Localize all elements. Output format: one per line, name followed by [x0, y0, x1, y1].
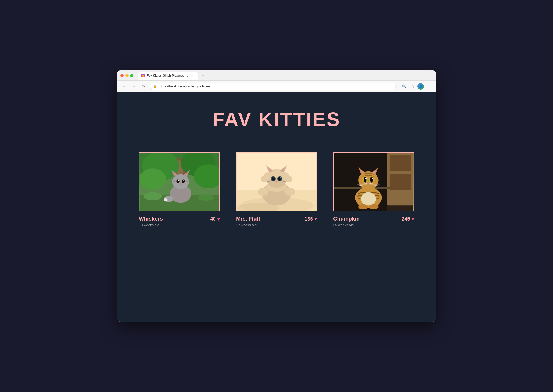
back-button[interactable]: ← [120, 83, 128, 90]
whiskers-vote-count: 40 [210, 216, 215, 222]
website-content: FAV KITTIES [117, 92, 436, 322]
kitty-card-mrs-fluff: Mrs. Fluff 17 weeks old 135 ♥ [236, 152, 317, 227]
svg-point-87 [358, 204, 368, 209]
search-icon: 🔍 [402, 84, 406, 89]
svg-point-7 [140, 168, 166, 190]
svg-point-37 [258, 188, 268, 196]
profile-avatar[interactable]: 👤 [417, 83, 424, 90]
new-tab-button[interactable]: + [199, 72, 207, 79]
browser-window: 🐱 Fav Kitties Glitch Playground × + ← → … [117, 70, 436, 322]
address-bar: ← → ↻ 🔒 https://fav-kitties-starter.glit… [117, 81, 436, 92]
kitty-info-chumpkin: Chumpkin 35 weeks old 245 ♥ [333, 216, 414, 227]
kitty-votes-mrs-fluff[interactable]: 135 ♥ [305, 216, 317, 222]
svg-point-77 [370, 177, 373, 183]
forward-button[interactable]: → [130, 83, 138, 90]
svg-point-10 [143, 192, 162, 200]
kitty-name-block-chumpkin: Chumpkin 35 weeks old [333, 216, 360, 227]
svg-point-23 [183, 180, 184, 181]
kitty-card-chumpkin: Chumpkin 35 weeks old 245 ♥ [333, 152, 414, 227]
bookmark-button[interactable]: ☆ [409, 83, 416, 90]
svg-point-78 [365, 178, 367, 179]
back-icon: ← [122, 84, 126, 89]
svg-point-88 [369, 204, 378, 209]
mrs-fluff-heart-icon: ♥ [315, 217, 317, 222]
menu-button[interactable]: ⋮ [425, 83, 433, 90]
kitty-name-block-whiskers: Whiskers 13 weeks old [139, 216, 163, 227]
kitties-grid: Whiskers 13 weeks old 40 ♥ [139, 152, 414, 227]
tab-title: Fav Kitties Glitch Playground [147, 74, 188, 77]
svg-point-38 [284, 188, 295, 196]
minimize-traffic-light[interactable] [125, 74, 129, 77]
maximize-traffic-light[interactable] [130, 74, 133, 77]
svg-point-80 [367, 183, 369, 184]
tab-close-button[interactable]: × [191, 74, 195, 77]
svg-point-20 [177, 180, 179, 183]
svg-point-44 [261, 176, 268, 182]
mrs-fluff-illustration [237, 153, 316, 211]
svg-rect-64 [390, 174, 411, 190]
mrs-fluff-vote-count: 135 [305, 216, 313, 222]
tab-favicon: 🐱 [141, 74, 145, 77]
svg-rect-63 [390, 155, 411, 171]
kitty-image-mrs-fluff [236, 152, 317, 211]
svg-point-45 [284, 176, 292, 182]
svg-point-24 [180, 183, 181, 184]
chumpkin-vote-count: 245 [402, 216, 410, 222]
svg-point-52 [272, 177, 275, 181]
chumpkin-heart-icon: ♥ [412, 217, 414, 222]
star-icon: ☆ [411, 84, 414, 89]
chumpkin-illustration [334, 153, 414, 211]
svg-point-53 [278, 177, 281, 181]
reload-icon: ↻ [142, 84, 145, 89]
kitty-age-mrs-fluff: 17 weeks old [236, 223, 260, 227]
lock-icon: 🔒 [153, 85, 157, 88]
kitty-votes-chumpkin[interactable]: 245 ♥ [402, 216, 414, 222]
close-traffic-light[interactable] [120, 74, 124, 77]
url-bar[interactable]: 🔒 https://fav-kitties-starter.glitch.me [150, 83, 396, 90]
svg-point-21 [182, 180, 184, 183]
kitty-age-whiskers: 13 weeks old [139, 223, 163, 227]
whiskers-illustration [139, 153, 219, 211]
kitty-votes-whiskers[interactable]: 40 ♥ [210, 216, 220, 222]
kitty-info-whiskers: Whiskers 13 weeks old 40 ♥ [139, 216, 220, 227]
kitty-name-mrs-fluff: Mrs. Fluff [236, 216, 260, 222]
kitty-name-chumpkin: Chumpkin [333, 216, 360, 222]
svg-point-31 [164, 198, 167, 201]
kitty-name-whiskers: Whiskers [139, 216, 163, 222]
kitty-info-mrs-fluff: Mrs. Fluff 17 weeks old 135 ♥ [236, 216, 317, 227]
forward-icon: → [132, 84, 136, 89]
kitty-image-chumpkin [333, 152, 414, 211]
kitty-card-whiskers: Whiskers 13 weeks old 40 ♥ [139, 152, 220, 227]
titlebar: 🐱 Fav Kitties Glitch Playground × + [117, 70, 436, 81]
svg-point-56 [276, 181, 278, 183]
site-title: FAV KITTIES [213, 108, 341, 130]
traffic-lights [120, 74, 133, 77]
kitty-age-chumpkin: 35 weeks old [333, 223, 360, 227]
menu-icon: ⋮ [427, 84, 431, 89]
tab-bar: 🐱 Fav Kitties Glitch Playground × + [138, 72, 433, 80]
reload-button[interactable]: ↻ [140, 83, 147, 90]
svg-point-76 [364, 177, 367, 183]
svg-point-54 [273, 177, 274, 178]
active-tab[interactable]: 🐱 Fav Kitties Glitch Playground × [138, 72, 198, 80]
url-text: https://fav-kitties-starter.glitch.me [159, 84, 210, 88]
svg-point-11 [198, 194, 214, 201]
kitty-image-whiskers [139, 152, 220, 211]
svg-point-55 [280, 177, 281, 178]
kitty-name-block-mrs-fluff: Mrs. Fluff 17 weeks old [236, 216, 260, 227]
svg-point-68 [361, 192, 376, 205]
svg-point-22 [178, 180, 179, 181]
search-button[interactable]: 🔍 [400, 83, 408, 90]
svg-point-79 [372, 178, 373, 179]
whiskers-heart-icon: ♥ [217, 217, 220, 222]
toolbar-right: 🔍 ☆ 👤 ⋮ [400, 83, 433, 90]
